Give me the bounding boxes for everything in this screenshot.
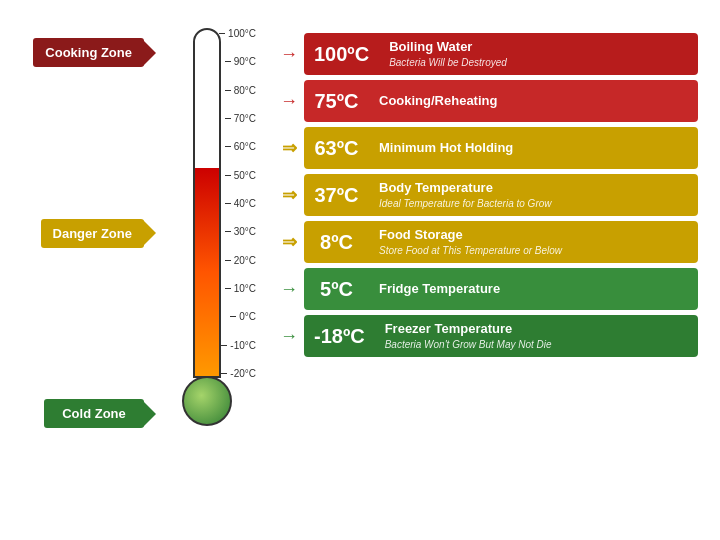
arrow-icon: →: [280, 91, 298, 112]
scale-tick: -20°C: [221, 368, 256, 379]
thermometer-bulb: [182, 376, 232, 426]
arrow-icon: →: [280, 279, 298, 300]
temp-description: Cooking/Reheating: [369, 89, 698, 113]
temp-description: Body TemperatureIdeal Temperature for Ba…: [369, 176, 698, 214]
scale-tick: 60°C: [225, 141, 256, 152]
scale-tick: 10°C: [225, 283, 256, 294]
temp-description: Boiling WaterBacteria Will be Destroyed: [379, 35, 698, 73]
zone-labels: Cooking ZoneDanger ZoneCold Zone: [22, 38, 152, 428]
temp-description: Freezer TemperatureBacteria Won't Grow B…: [375, 317, 698, 355]
temp-card: 8ºCFood StorageStore Food at This Temper…: [304, 221, 698, 263]
temp-card: 75ºCCooking/Reheating: [304, 80, 698, 122]
scale-tick: 100°C: [219, 28, 256, 39]
temp-value: 5ºC: [304, 272, 369, 307]
temp-row: ⇒37ºCBody TemperatureIdeal Temperature f…: [280, 174, 698, 216]
scale-tick: 70°C: [225, 113, 256, 124]
temp-card: 100ºCBoiling WaterBacteria Will be Destr…: [304, 33, 698, 75]
arrow-icon: ⇒: [280, 184, 298, 206]
scale-tick: 30°C: [225, 226, 256, 237]
temp-row: →100ºCBoiling WaterBacteria Will be Dest…: [280, 33, 698, 75]
temp-row: ⇒63ºCMinimum Hot Holding: [280, 127, 698, 169]
temp-desc-subtitle: Bacteria Won't Grow But May Not Die: [385, 338, 688, 351]
temp-desc-title: Freezer Temperature: [385, 321, 688, 337]
scale-tick: 0°C: [230, 311, 256, 322]
temp-value: 100ºC: [304, 37, 379, 72]
temp-desc-title: Fridge Temperature: [379, 281, 688, 297]
temp-value: 75ºC: [304, 84, 369, 119]
temp-desc-title: Cooking/Reheating: [379, 93, 688, 109]
temp-desc-title: Food Storage: [379, 227, 688, 243]
temp-desc-subtitle: Store Food at This Temperature or Below: [379, 244, 688, 257]
scale-tick: -10°C: [221, 340, 256, 351]
temp-card: -18ºCFreezer TemperatureBacteria Won't G…: [304, 315, 698, 357]
scale-tick: 40°C: [225, 198, 256, 209]
temp-row: →5ºCFridge Temperature: [280, 268, 698, 310]
thermometer-scale: 100°C90°C80°C70°C60°C50°C40°C30°C20°C10°…: [152, 28, 262, 378]
temp-desc-title: Boiling Water: [389, 39, 688, 55]
temp-card: 37ºCBody TemperatureIdeal Temperature fo…: [304, 174, 698, 216]
scale-tick: 20°C: [225, 255, 256, 266]
cold-zone-label: Cold Zone: [44, 399, 144, 428]
arrow-icon: ⇒: [280, 231, 298, 253]
scale-tick: 90°C: [225, 56, 256, 67]
temp-card: 63ºCMinimum Hot Holding: [304, 127, 698, 169]
temp-value: 8ºC: [304, 225, 369, 260]
temp-value: 37ºC: [304, 178, 369, 213]
scale-tick: 80°C: [225, 85, 256, 96]
temp-desc-subtitle: Bacteria Will be Destroyed: [389, 56, 688, 69]
temp-row: →75ºCCooking/Reheating: [280, 80, 698, 122]
thermometer-tube: [193, 28, 221, 378]
danger-zone-label: Danger Zone: [41, 219, 144, 248]
scale-tick: 50°C: [225, 170, 256, 181]
temp-card: 5ºCFridge Temperature: [304, 268, 698, 310]
temp-row: →-18ºCFreezer TemperatureBacteria Won't …: [280, 315, 698, 357]
temp-value: -18ºC: [304, 319, 375, 354]
temp-row: ⇒8ºCFood StorageStore Food at This Tempe…: [280, 221, 698, 263]
temperature-list: →100ºCBoiling WaterBacteria Will be Dest…: [262, 33, 698, 357]
temp-description: Fridge Temperature: [369, 277, 698, 301]
temp-desc-subtitle: Ideal Temperature for Bacteria to Grow: [379, 197, 688, 210]
thermometer: 100°C90°C80°C70°C60°C50°C40°C30°C20°C10°…: [152, 28, 262, 426]
thermometer-fill: [195, 168, 219, 376]
arrow-icon: ⇒: [280, 137, 298, 159]
temp-desc-title: Body Temperature: [379, 180, 688, 196]
arrow-icon: →: [280, 44, 298, 65]
temp-description: Minimum Hot Holding: [369, 136, 698, 160]
arrow-icon: →: [280, 326, 298, 347]
temp-desc-title: Minimum Hot Holding: [379, 140, 688, 156]
cooking-zone-label: Cooking Zone: [33, 38, 144, 67]
temp-value: 63ºC: [304, 131, 369, 166]
main-content: Cooking ZoneDanger ZoneCold Zone 100°C90…: [22, 28, 698, 478]
temp-description: Food StorageStore Food at This Temperatu…: [369, 223, 698, 261]
